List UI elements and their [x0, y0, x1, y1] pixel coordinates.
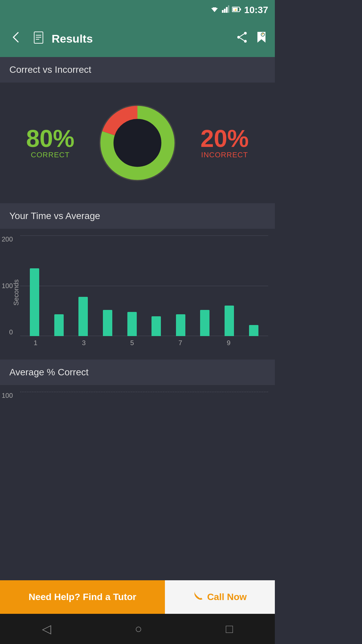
app-bar: Results [0, 20, 275, 57]
user-bar-7 [176, 314, 185, 336]
phone-icon [193, 591, 203, 603]
x-label-3: 3 [72, 339, 96, 347]
avg-chart-section: 100 [0, 385, 275, 442]
back-button[interactable] [7, 28, 25, 50]
incorrect-label: INCORRECT [194, 151, 255, 159]
user-bar-5 [127, 312, 137, 336]
avg-grid-line [20, 392, 268, 392]
bar-group-1 [23, 235, 46, 336]
svg-point-14 [244, 32, 247, 35]
y-label-200: 200 [2, 235, 13, 243]
svg-rect-5 [228, 5, 229, 13]
correct-incorrect-title: Correct vs Incorrect [9, 64, 91, 75]
user-bar-6 [152, 316, 161, 336]
status-bar: ⚡ 10:37 [0, 0, 275, 20]
user-bar-1 [30, 268, 39, 336]
share-icon[interactable] [236, 31, 248, 46]
svg-point-15 [244, 40, 247, 43]
bar-group-9 [218, 235, 241, 336]
svg-rect-7 [240, 8, 241, 10]
nav-home-button[interactable]: ○ [135, 622, 142, 636]
svg-line-17 [240, 34, 244, 37]
time-vs-average-header: Your Time vs Average [0, 203, 275, 229]
find-tutor-button[interactable]: Need Help? Find a Tutor [0, 580, 165, 614]
wifi-icon [210, 5, 219, 15]
svg-rect-3 [224, 9, 226, 13]
donut-chart [90, 96, 184, 190]
navigation-bar: ◁ ○ □ [0, 614, 275, 644]
correct-incorrect-header: Correct vs Incorrect [0, 57, 275, 83]
user-bar-10 [249, 325, 258, 336]
x-label-9: 9 [217, 339, 241, 347]
bar-group-6 [145, 235, 168, 336]
x-label-5: 5 [120, 339, 144, 347]
svg-point-24 [115, 120, 160, 165]
y-axis-label: Seconds [12, 279, 20, 306]
svg-rect-4 [226, 7, 228, 13]
user-bar-4 [103, 310, 112, 336]
page-title: Results [52, 32, 229, 45]
svg-line-18 [240, 38, 244, 41]
svg-rect-2 [222, 10, 224, 13]
time-vs-average-title: Your Time vs Average [9, 211, 100, 221]
bar-group-8 [194, 235, 216, 336]
avg-chart-area: 100 [20, 392, 268, 432]
svg-text:⚡: ⚡ [234, 8, 237, 11]
find-tutor-label: Need Help? Find a Tutor [28, 592, 136, 602]
user-bar-3 [78, 297, 88, 336]
avg-correct-header: Average % Correct [0, 360, 275, 385]
correct-stat: 80% CORRECT [20, 126, 80, 159]
call-now-button[interactable]: Call Now [165, 580, 275, 614]
nav-recent-button[interactable]: □ [226, 622, 233, 636]
bookmark-icon[interactable] [255, 31, 268, 46]
action-icons [236, 31, 268, 46]
bar-group-2 [48, 235, 70, 336]
incorrect-stat: 20% INCORRECT [194, 126, 255, 159]
results-icon [32, 31, 45, 46]
svg-point-16 [237, 36, 240, 39]
bar-group-10 [242, 235, 265, 336]
bar-group-5 [121, 235, 143, 336]
status-icons: ⚡ 10:37 [210, 5, 268, 15]
y-label-100: 100 [2, 282, 13, 290]
signal-icon [222, 5, 229, 15]
incorrect-percent: 20% [194, 126, 255, 151]
bottom-banner: Need Help? Find a Tutor Call Now [0, 580, 275, 614]
donut-section: 80% CORRECT 20% INCORRECT [0, 83, 275, 203]
avg-y-label-100: 100 [2, 392, 13, 399]
avg-y-labels: 100 [2, 392, 13, 432]
bar-group-7 [170, 235, 192, 336]
x-label-7: 7 [168, 339, 192, 347]
bar-chart-section: Seconds 200 100 0 13579 [0, 229, 275, 360]
call-now-label: Call Now [207, 592, 247, 602]
x-axis-labels: 13579 [20, 336, 268, 350]
bar-group-3 [72, 235, 95, 336]
user-bar-8 [200, 310, 209, 336]
x-label-1: 1 [23, 339, 48, 347]
nav-back-button[interactable]: ◁ [42, 622, 51, 636]
bar-chart-area: Seconds 200 100 0 13579 [20, 235, 268, 350]
battery-icon: ⚡ [232, 6, 241, 14]
user-bar-9 [225, 306, 234, 336]
bar-group-4 [97, 235, 119, 336]
y-axis-labels: 200 100 0 [2, 235, 13, 336]
status-time: 10:37 [244, 5, 268, 15]
y-label-0: 0 [9, 328, 13, 336]
bars-container [20, 235, 268, 336]
correct-percent: 80% [20, 126, 80, 151]
user-bar-2 [54, 314, 64, 336]
avg-correct-title: Average % Correct [9, 367, 88, 377]
